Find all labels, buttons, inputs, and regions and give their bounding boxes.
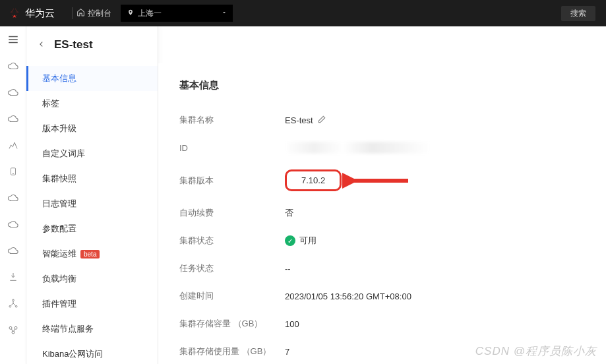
value: 否 bbox=[285, 207, 293, 219]
sidebar-item-label: 自定义词库 bbox=[42, 148, 85, 160]
sidebar-item-5[interactable]: 日志管理 bbox=[26, 191, 158, 216]
sidebar-item-6[interactable]: 参数配置 bbox=[26, 216, 158, 241]
cloud-icon[interactable] bbox=[7, 59, 20, 73]
row-auto-renew: 自动续费 否 bbox=[179, 199, 585, 227]
value: 7 bbox=[285, 347, 289, 357]
card-title: 基本信息 bbox=[179, 79, 585, 92]
sidebar-item-10[interactable]: 终端节点服务 bbox=[26, 317, 158, 342]
row-storage-used: 集群存储使用量 （GB） 7 bbox=[179, 338, 585, 364]
label: 自动续费 bbox=[179, 207, 285, 219]
label: 集群状态 bbox=[179, 235, 285, 247]
value: ✓ 可用 bbox=[285, 235, 317, 247]
device-icon[interactable] bbox=[7, 165, 20, 178]
search-button[interactable]: 搜索 bbox=[561, 6, 595, 21]
row-storage: 集群存储容量 （GB） 100 bbox=[179, 310, 585, 338]
deploy-icon[interactable] bbox=[7, 270, 20, 284]
label: 集群版本 bbox=[179, 175, 285, 187]
value: -- bbox=[285, 264, 291, 274]
sidebar-item-label: 版本升级 bbox=[42, 123, 76, 135]
sidebar-list: 基本信息标签版本升级自定义词库集群快照日志管理参数配置智能运维beta负载均衡插… bbox=[26, 61, 158, 364]
value: 2023/01/05 13:56:20 GMT+08:00 bbox=[285, 291, 411, 301]
cluster-name-value: ES-test bbox=[285, 115, 313, 125]
beta-badge: beta bbox=[80, 250, 100, 258]
main-content: 基本信息 集群名称 ES-test ID 集群版本 7.10.2 bbox=[158, 26, 606, 364]
id-blurred bbox=[285, 142, 430, 154]
console-label: 控制台 bbox=[88, 8, 111, 19]
basic-info-card: 基本信息 集群名称 ES-test ID 集群版本 7.10.2 bbox=[158, 63, 606, 364]
sidebar-item-0[interactable]: 基本信息 bbox=[26, 66, 158, 91]
topbar: 华为云 控制台 上海一 搜索 bbox=[0, 0, 606, 26]
brand: 华为云 bbox=[8, 7, 55, 20]
sidebar-item-1[interactable]: 标签 bbox=[26, 91, 158, 116]
sidebar-item-label: 标签 bbox=[42, 98, 59, 109]
sidebar-item-9[interactable]: 插件管理 bbox=[26, 291, 158, 317]
sidebar-item-8[interactable]: 负载均衡 bbox=[26, 266, 158, 291]
cloud-icon[interactable] bbox=[7, 218, 20, 231]
row-created: 创建时间 2023/01/05 13:56:20 GMT+08:00 bbox=[179, 282, 585, 310]
sidebar-item-label: 插件管理 bbox=[42, 298, 76, 310]
edit-icon[interactable] bbox=[317, 115, 326, 126]
value: 100 bbox=[285, 319, 299, 329]
sidebar-item-label: 参数配置 bbox=[42, 223, 76, 235]
svg-point-10 bbox=[12, 331, 15, 334]
sidebar-item-label: 负载均衡 bbox=[42, 273, 76, 285]
brand-text: 华为云 bbox=[25, 7, 55, 20]
network-icon[interactable] bbox=[7, 297, 20, 310]
svg-point-7 bbox=[15, 305, 17, 307]
huawei-logo-icon bbox=[8, 7, 21, 20]
row-version: 集群版本 7.10.2 bbox=[179, 162, 585, 199]
label: 任务状态 bbox=[179, 262, 285, 274]
sidebar-item-label: 集群快照 bbox=[42, 173, 76, 185]
status-ok-icon: ✓ bbox=[285, 235, 295, 246]
divider bbox=[72, 7, 73, 19]
icon-rail bbox=[0, 26, 26, 364]
sidebar-header: ES-test bbox=[26, 26, 158, 61]
value bbox=[285, 142, 430, 154]
annotation-arrow-icon bbox=[342, 167, 415, 194]
sidebar-item-7[interactable]: 智能运维beta bbox=[26, 241, 158, 266]
sidebar-item-label: 日志管理 bbox=[42, 198, 76, 210]
status-icon[interactable] bbox=[7, 323, 20, 336]
label: 集群存储容量 （GB） bbox=[179, 318, 285, 330]
chevron-down-icon bbox=[221, 9, 227, 18]
sidebar-item-label: 终端节点服务 bbox=[42, 323, 94, 335]
sidebar-item-2[interactable]: 版本升级 bbox=[26, 116, 158, 141]
row-status: 集群状态 ✓ 可用 bbox=[179, 227, 585, 255]
cloud-icon[interactable] bbox=[7, 244, 20, 257]
sidebar-item-label: 智能运维 bbox=[42, 248, 76, 260]
value: 7.10.2 bbox=[285, 169, 342, 191]
value: ES-test bbox=[285, 115, 326, 126]
version-highlight-box: 7.10.2 bbox=[285, 169, 342, 191]
cloud-icon[interactable] bbox=[7, 191, 20, 204]
label: 集群名称 bbox=[179, 114, 285, 126]
sidebar-item-11[interactable]: Kibana公网访问 bbox=[26, 342, 158, 364]
version-value: 7.10.2 bbox=[301, 175, 325, 185]
analytics-icon[interactable] bbox=[7, 138, 20, 152]
page-title: ES-test bbox=[54, 38, 93, 51]
label: ID bbox=[179, 143, 285, 153]
row-task: 任务状态 -- bbox=[179, 255, 585, 282]
back-icon[interactable] bbox=[38, 39, 45, 51]
row-cluster-name: 集群名称 ES-test bbox=[179, 106, 585, 134]
row-id: ID bbox=[179, 134, 585, 162]
svg-point-6 bbox=[9, 305, 11, 307]
search-label: 搜索 bbox=[570, 9, 586, 18]
sidebar-item-label: Kibana公网访问 bbox=[42, 348, 103, 360]
sidebar-item-label: 基本信息 bbox=[42, 73, 76, 84]
region-value: 上海一 bbox=[138, 8, 162, 19]
cloud-icon[interactable] bbox=[7, 86, 20, 99]
console-link[interactable]: 控制台 bbox=[76, 8, 111, 19]
sidebar: ES-test 基本信息标签版本升级自定义词库集群快照日志管理参数配置智能运维b… bbox=[26, 26, 158, 364]
region-select[interactable]: 上海一 bbox=[121, 5, 233, 22]
sidebar-item-3[interactable]: 自定义词库 bbox=[26, 141, 158, 166]
menu-icon[interactable] bbox=[7, 33, 20, 46]
sidebar-item-4[interactable]: 集群快照 bbox=[26, 166, 158, 191]
status-value: 可用 bbox=[299, 235, 317, 247]
cloud-icon[interactable] bbox=[7, 112, 20, 125]
location-icon bbox=[127, 9, 134, 18]
home-icon bbox=[76, 8, 85, 18]
svg-point-5 bbox=[12, 299, 14, 301]
label: 集群存储使用量 （GB） bbox=[179, 346, 285, 357]
label: 创建时间 bbox=[179, 290, 285, 302]
